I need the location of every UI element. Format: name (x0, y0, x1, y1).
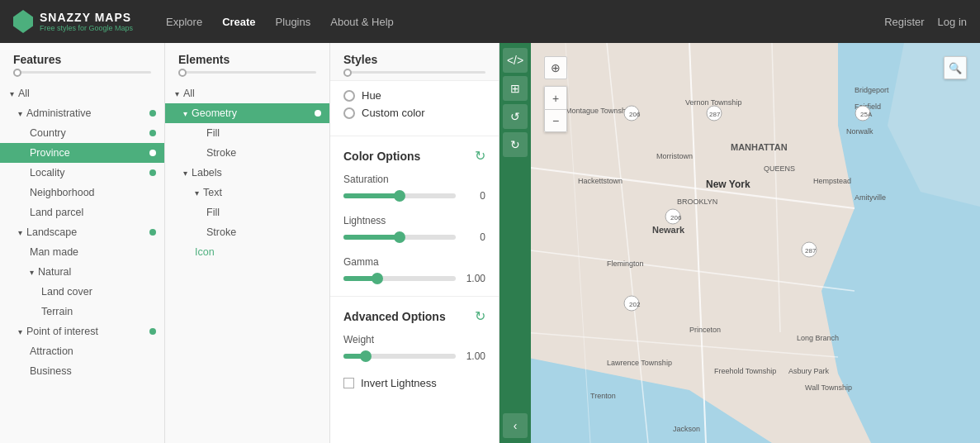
login-link[interactable]: Log in (938, 16, 967, 28)
feature-dot (149, 150, 156, 156)
zoom-controls: + − (544, 86, 567, 132)
radio-hue-row[interactable]: Hue (343, 89, 485, 102)
nav-plugins[interactable]: Plugins (276, 16, 311, 28)
arrow-icon: ▾ (10, 89, 14, 98)
radio-hue[interactable] (343, 90, 355, 102)
refresh-color-icon[interactable]: ↻ (475, 148, 485, 164)
feature-locality[interactable]: Locality (0, 163, 164, 183)
gamma-row: 1.00 (343, 273, 485, 284)
features-slider[interactable] (0, 69, 164, 80)
feature-neighborhood[interactable]: Neighborhood (0, 183, 164, 202)
invert-lightness-checkbox[interactable] (343, 378, 354, 388)
map-svg: MANHATTAN QUEENS New York BROOKLYN Monta… (531, 43, 980, 443)
invert-lightness-row[interactable]: Invert Lightness (330, 370, 499, 396)
svg-text:206: 206 (629, 111, 641, 118)
zoom-out-button[interactable]: − (544, 109, 567, 132)
svg-text:25A: 25A (860, 111, 873, 118)
feature-dot (149, 110, 156, 117)
weight-handle[interactable] (360, 350, 372, 362)
feature-business[interactable]: Business (0, 361, 164, 381)
element-labels[interactable]: ▾ Labels (165, 163, 329, 183)
svg-text:Newark: Newark (652, 225, 685, 235)
code-tool-button[interactable]: </> (503, 48, 528, 73)
feature-landscape[interactable]: ▾ Landscape (0, 222, 164, 242)
brand-text: SNAZZY MAPS Free styles for Google Maps (40, 11, 133, 32)
main-content: Features ▾ All ▾ Administrative Country (0, 43, 980, 443)
saturation-bar[interactable] (343, 193, 456, 198)
element-all[interactable]: ▾ All (165, 83, 329, 103)
element-geometry-fill[interactable]: Fill (165, 123, 329, 143)
nav-about[interactable]: About & Help (330, 16, 394, 28)
svg-text:287: 287 (805, 247, 817, 255)
collapse-button[interactable]: ‹ (503, 413, 528, 438)
feature-all[interactable]: ▾ All (0, 83, 164, 103)
styles-slider[interactable] (330, 69, 499, 80)
element-text-fill[interactable]: Fill (165, 202, 329, 222)
feature-administrative[interactable]: ▾ Administrative (0, 103, 164, 123)
arrow-icon: ▾ (195, 188, 199, 198)
redo-tool-button[interactable]: ↻ (503, 132, 528, 157)
element-geometry[interactable]: ▾ Geometry (165, 103, 329, 123)
arrow-icon: ▾ (18, 109, 22, 118)
elements-slider[interactable] (165, 69, 329, 80)
feature-dot (149, 169, 156, 176)
svg-text:Montague Township: Montague Township (566, 107, 632, 115)
element-text-stroke[interactable]: Stroke (165, 222, 329, 242)
arrow-icon: ▾ (183, 109, 187, 118)
grid-tool-button[interactable]: ⊞ (503, 76, 528, 101)
brand-logo-icon (13, 10, 33, 33)
nav-explore[interactable]: Explore (166, 16, 202, 28)
element-text[interactable]: ▾ Text (165, 183, 329, 202)
color-options-header-row: Color Options ↻ (330, 140, 499, 169)
arrow-icon: ▾ (183, 169, 187, 178)
element-icon[interactable]: Icon (165, 242, 329, 262)
zoom-in-button[interactable]: + (544, 86, 567, 109)
gamma-section: Gamma 1.00 (330, 251, 499, 293)
brand-sub: Free styles for Google Maps (40, 24, 133, 32)
rotate-tool-button[interactable]: ↺ (503, 104, 528, 129)
weight-bar[interactable] (343, 354, 456, 359)
weight-label: Weight (343, 334, 485, 345)
map-search-button[interactable]: 🔍 (944, 56, 967, 79)
map-area: MANHATTAN QUEENS New York BROOKLYN Monta… (531, 43, 980, 443)
lightness-value: 0 (462, 231, 485, 243)
feature-man-made[interactable]: Man made (0, 242, 164, 262)
nav-right: Register Log in (884, 16, 967, 28)
gamma-handle[interactable] (372, 273, 383, 284)
elements-tree: ▾ All ▾ Geometry Fill Stroke ▾ Labels (165, 80, 329, 265)
feature-country[interactable]: Country (0, 123, 164, 143)
svg-text:Trenton: Trenton (590, 392, 616, 400)
gamma-bar[interactable] (343, 276, 456, 281)
lightness-handle[interactable] (394, 231, 405, 243)
brand-name: SNAZZY MAPS (40, 11, 133, 24)
svg-text:Lawrence Township: Lawrence Township (607, 359, 672, 367)
feature-poi[interactable]: ▾ Point of interest (0, 322, 164, 341)
saturation-handle[interactable] (394, 190, 405, 202)
saturation-section: Saturation 0 (330, 169, 499, 210)
feature-terrain[interactable]: Terrain (0, 302, 164, 322)
radio-custom[interactable] (343, 107, 355, 119)
feature-province[interactable]: Province (0, 143, 164, 163)
element-geometry-stroke[interactable]: Stroke (165, 143, 329, 163)
radio-custom-row[interactable]: Custom color (343, 107, 485, 119)
feature-land-cover[interactable]: Land cover (0, 282, 164, 302)
styles-header: Styles (330, 43, 499, 69)
svg-text:Asbury Park: Asbury Park (788, 367, 830, 375)
svg-text:Morristown: Morristown (656, 152, 693, 160)
nav-create[interactable]: Create (222, 16, 255, 28)
feature-land-parcel[interactable]: Land parcel (0, 202, 164, 222)
svg-text:Freehold Township: Freehold Township (714, 367, 776, 375)
lightness-fill (343, 235, 400, 240)
refresh-advanced-icon[interactable]: ↻ (475, 308, 485, 324)
gamma-label: Gamma (343, 256, 485, 268)
weight-row: 1.00 (343, 350, 485, 362)
navigate-button[interactable]: ⊕ (544, 56, 567, 79)
arrow-icon: ▾ (18, 228, 22, 237)
brand: SNAZZY MAPS Free styles for Google Maps (13, 10, 133, 33)
radio-group: Hue Custom color (330, 81, 499, 132)
feature-natural[interactable]: ▾ Natural (0, 262, 164, 282)
register-link[interactable]: Register (884, 16, 924, 28)
lightness-bar[interactable] (343, 235, 456, 240)
feature-attraction[interactable]: Attraction (0, 341, 164, 361)
elements-panel: Elements ▾ All ▾ Geometry Fill Stroke (165, 43, 330, 443)
